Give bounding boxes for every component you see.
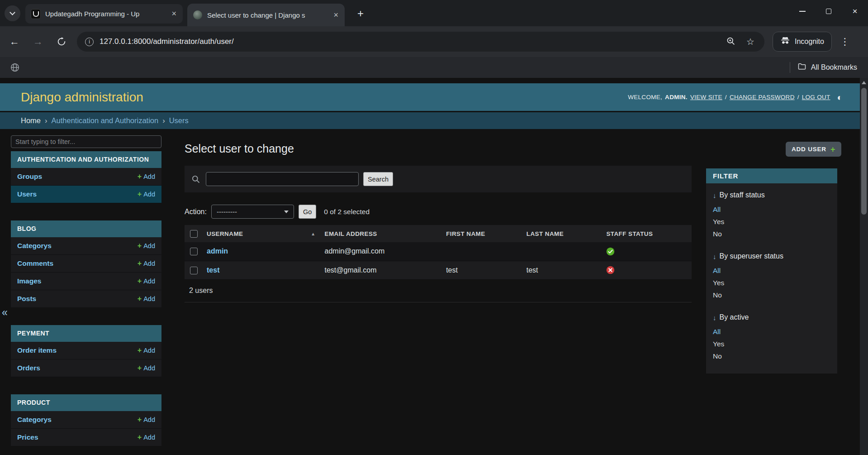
browser-menu-button[interactable]: ⋮ xyxy=(838,36,852,47)
sidebar-item-users[interactable]: Users +Add xyxy=(11,186,161,203)
breadcrumb-home-link[interactable]: Home xyxy=(21,116,41,125)
filter-option-yes[interactable]: Yes xyxy=(713,340,724,348)
add-link[interactable]: +Add xyxy=(138,259,155,268)
add-label[interactable]: Add xyxy=(143,260,155,267)
model-link[interactable]: Posts xyxy=(17,295,36,303)
close-window-button[interactable]: × xyxy=(842,0,868,23)
view-site-link[interactable]: VIEW SITE xyxy=(690,94,722,101)
sidebar-item-prices[interactable]: Prices +Add xyxy=(11,429,161,446)
add-link[interactable]: +Add xyxy=(138,433,155,441)
add-link[interactable]: +Add xyxy=(138,364,155,372)
tab-updategadh[interactable]: Updategadh Programming - Up × xyxy=(25,4,183,24)
add-link[interactable]: +Add xyxy=(138,295,155,303)
filter-option-yes[interactable]: Yes xyxy=(713,218,724,225)
sidebar-item-comments[interactable]: Comments +Add xyxy=(11,255,161,273)
model-link[interactable]: Comments xyxy=(17,259,53,268)
add-label[interactable]: Add xyxy=(143,191,155,198)
breadcrumb-app-link[interactable]: Authentication and Authorization xyxy=(52,116,159,125)
sidebar-item-orders[interactable]: Orders +Add xyxy=(11,359,161,377)
model-link[interactable]: Prices xyxy=(17,433,38,441)
go-button[interactable]: Go xyxy=(299,205,316,219)
column-header-username[interactable]: USERNAME xyxy=(207,230,243,237)
back-button[interactable]: ← xyxy=(5,36,24,48)
sidebar-collapse-button[interactable]: « xyxy=(2,307,8,319)
filter-option-all[interactable]: All xyxy=(713,206,721,213)
globe-bookmark-icon[interactable] xyxy=(10,62,20,72)
model-link[interactable]: Categorys xyxy=(17,416,52,424)
model-link[interactable]: Orders xyxy=(17,364,40,372)
url-bar[interactable]: i 127.0.0.1:8000/administrator/auth/user… xyxy=(77,32,764,52)
filter-option-no[interactable]: No xyxy=(713,230,722,238)
sort-ascending-icon[interactable]: ▲ xyxy=(311,231,315,236)
model-link[interactable]: Groups xyxy=(17,172,42,181)
filter-option-all[interactable]: All xyxy=(713,328,721,335)
add-link[interactable]: +Add xyxy=(138,242,155,250)
search-input[interactable] xyxy=(206,172,359,186)
add-user-button[interactable]: ADD USER + xyxy=(786,142,841,157)
add-link[interactable]: +Add xyxy=(138,416,155,424)
new-tab-button[interactable]: + xyxy=(353,6,368,21)
sidebar-item-categorys[interactable]: Categorys +Add xyxy=(11,237,161,255)
model-link[interactable]: Users xyxy=(17,190,37,198)
user-link[interactable]: test xyxy=(207,266,219,274)
select-all-checkbox[interactable] xyxy=(190,230,198,238)
incognito-label: Incognito xyxy=(795,38,824,46)
current-username: ADMIN. xyxy=(665,94,688,101)
filter-option-yes[interactable]: Yes xyxy=(713,279,724,287)
add-label[interactable]: Add xyxy=(143,416,155,423)
column-header-last-name[interactable]: LAST NAME xyxy=(526,230,564,237)
search-button[interactable]: Search xyxy=(363,172,393,186)
add-label[interactable]: Add xyxy=(143,347,155,354)
row-checkbox[interactable] xyxy=(190,248,198,255)
filter-option-no[interactable]: No xyxy=(713,352,722,360)
action-select[interactable]: --------- xyxy=(211,205,294,219)
sidebar-item-order-items[interactable]: Order items +Add xyxy=(11,342,161,359)
scrollbar[interactable] xyxy=(860,78,868,455)
tab-search-button[interactable] xyxy=(5,5,20,21)
change-password-link[interactable]: CHANGE PASSWORD xyxy=(730,94,795,101)
column-header-first-name[interactable]: FIRST NAME xyxy=(446,230,485,237)
row-checkbox[interactable] xyxy=(190,267,198,274)
add-label[interactable]: Add xyxy=(143,295,155,302)
column-header-staff-status[interactable]: STAFF STATUS xyxy=(606,230,653,237)
add-link[interactable]: +Add xyxy=(138,172,155,181)
sidebar-item-images[interactable]: Images +Add xyxy=(11,273,161,290)
add-label[interactable]: Add xyxy=(143,434,155,441)
bookmark-star-icon[interactable]: ☆ xyxy=(746,37,754,46)
url-text[interactable]: 127.0.0.1:8000/administrator/auth/user/ xyxy=(100,37,720,46)
forward-button[interactable]: → xyxy=(29,36,47,48)
tab-close-icon[interactable]: × xyxy=(332,10,339,20)
filter-option-no[interactable]: No xyxy=(713,291,722,299)
welcome-text: WELCOME, xyxy=(628,94,662,101)
model-link[interactable]: Images xyxy=(17,277,41,285)
add-label[interactable]: Add xyxy=(143,364,155,372)
minimize-button[interactable] xyxy=(789,0,816,23)
scroll-up-arrow[interactable] xyxy=(862,81,866,84)
user-link[interactable]: admin xyxy=(207,247,228,255)
add-link[interactable]: +Add xyxy=(138,346,155,354)
all-bookmarks-button[interactable]: All Bookmarks xyxy=(790,57,857,78)
add-label[interactable]: Add xyxy=(143,173,155,180)
filter-option-all[interactable]: All xyxy=(713,267,721,274)
sidebar-item-categorys-product[interactable]: Categorys +Add xyxy=(11,411,161,429)
tab-django-admin[interactable]: Select user to change | Django s × xyxy=(187,4,345,26)
scrollbar-thumb[interactable] xyxy=(861,88,867,215)
zoom-icon[interactable] xyxy=(726,36,735,48)
add-link[interactable]: +Add xyxy=(138,277,155,285)
column-header-email[interactable]: EMAIL ADDRESS xyxy=(325,230,377,237)
maximize-button[interactable] xyxy=(816,0,842,23)
sidebar-item-posts[interactable]: Posts +Add xyxy=(11,290,161,308)
model-link[interactable]: Categorys xyxy=(17,242,52,250)
log-out-link[interactable]: LOG OUT xyxy=(802,94,830,101)
theme-toggle-icon[interactable]: ◐ xyxy=(837,93,843,102)
tab-close-icon[interactable]: × xyxy=(171,9,177,19)
sidebar-item-groups[interactable]: Groups +Add xyxy=(11,168,161,186)
add-link[interactable]: +Add xyxy=(138,190,155,198)
add-label[interactable]: Add xyxy=(143,242,155,249)
model-link[interactable]: Order items xyxy=(17,346,57,354)
sidebar-filter-input[interactable] xyxy=(11,135,161,148)
page-info-icon[interactable]: i xyxy=(85,38,94,46)
site-title-link[interactable]: Django administration xyxy=(21,90,143,105)
add-label[interactable]: Add xyxy=(143,278,155,285)
reload-button[interactable] xyxy=(52,37,71,47)
